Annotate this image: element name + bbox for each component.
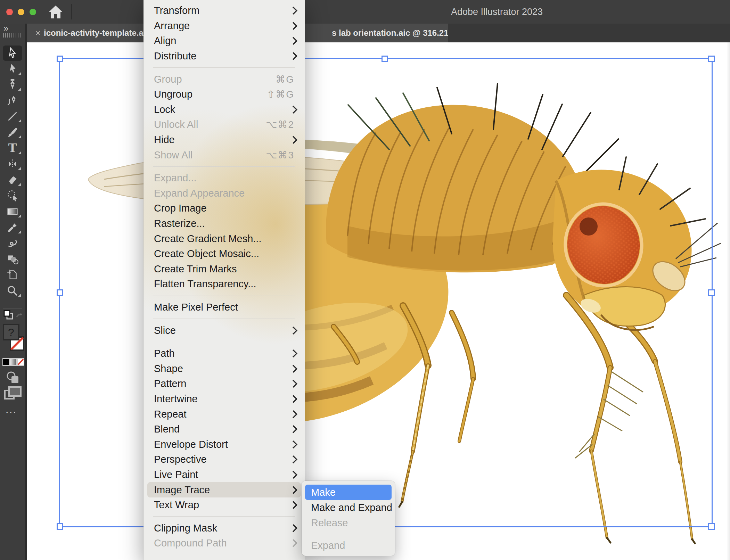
object-menu-item-create-trim-marks[interactable]: Create Trim Marks bbox=[147, 262, 301, 277]
menu-item-label: Image Trace bbox=[154, 484, 287, 496]
submenu-chevron-icon bbox=[289, 105, 297, 114]
submenu-chevron-icon bbox=[289, 425, 297, 434]
submenu-chevron-icon bbox=[289, 410, 297, 418]
menu-item-label: Make bbox=[311, 487, 388, 498]
menu-item-label: Flatten Transparency... bbox=[154, 278, 296, 290]
object-menu-item-rasterize[interactable]: Rasterize... bbox=[147, 216, 301, 231]
menu-item-label: Blend bbox=[154, 423, 287, 435]
menu-item-label: Show All bbox=[154, 149, 266, 161]
menu-item-label: Make Pixel Perfect bbox=[154, 302, 296, 313]
canvas-edge-shade bbox=[727, 42, 730, 560]
submenu-chevron-icon bbox=[289, 364, 297, 373]
menu-item-label: Crop Image bbox=[154, 203, 296, 214]
object-menu-item-hide[interactable]: Hide bbox=[147, 132, 301, 148]
menu-item-label: Hide bbox=[154, 134, 287, 146]
object-menu-item-create-gradient-mesh[interactable]: Create Gradient Mesh... bbox=[147, 231, 301, 246]
submenu-chevron-icon bbox=[289, 37, 297, 45]
object-menu-item-create-object-mosaic[interactable]: Create Object Mosaic... bbox=[147, 246, 301, 262]
image-trace-separator bbox=[314, 534, 388, 534]
menu-item-label: Release bbox=[311, 517, 388, 529]
submenu-chevron-icon bbox=[289, 524, 297, 532]
submenu-chevron-icon bbox=[289, 486, 297, 494]
object-menu-item-crop-image[interactable]: Crop Image bbox=[147, 201, 301, 216]
menu-item-label: Envelope Distort bbox=[154, 439, 287, 450]
object-menu-item-lock[interactable]: Lock bbox=[147, 102, 301, 117]
submenu-chevron-icon bbox=[289, 470, 297, 479]
submenu-chevron-icon bbox=[289, 440, 297, 448]
object-menu-item-envelope-distort[interactable]: Envelope Distort bbox=[147, 437, 301, 452]
menu-item-label: Rasterize... bbox=[154, 218, 296, 229]
object-menu-separator bbox=[153, 555, 295, 555]
object-menu-item-pattern[interactable]: Pattern bbox=[147, 376, 301, 392]
menu-item-label: Make and Expand bbox=[311, 502, 392, 513]
image-trace-item-make-and-expand[interactable]: Make and Expand bbox=[305, 500, 392, 515]
menu-item-label: Expand bbox=[311, 540, 388, 551]
menu-item-label: Transform bbox=[154, 5, 287, 16]
menu-item-label: Expand... bbox=[154, 172, 296, 184]
object-menu-item-unlock-all: Unlock All⌥⌘2 bbox=[147, 117, 301, 132]
object-menu-item-perspective[interactable]: Perspective bbox=[147, 452, 301, 467]
object-menu-item-distribute[interactable]: Distribute bbox=[147, 49, 301, 64]
fruit-fly-image bbox=[0, 0, 730, 560]
object-menu: TransformArrangeAlignDistributeGroup⌘GUn… bbox=[143, 0, 305, 560]
menu-item-label: Perspective bbox=[154, 454, 287, 465]
menu-item-label: Create Gradient Mesh... bbox=[154, 233, 296, 245]
menu-item-label: Create Object Mosaic... bbox=[154, 248, 296, 260]
submenu-chevron-icon bbox=[289, 136, 297, 144]
object-menu-item-intertwine[interactable]: Intertwine bbox=[147, 392, 301, 407]
menu-item-label: Compound Path bbox=[154, 537, 287, 549]
image-trace-submenu: MakeMake and ExpandReleaseExpand bbox=[302, 481, 395, 556]
keyboard-shortcut-label: ⇧⌘G bbox=[267, 89, 294, 100]
image-trace-item-release: Release bbox=[305, 515, 392, 530]
object-menu-item-make-pixel-perfect[interactable]: Make Pixel Perfect bbox=[147, 300, 301, 315]
object-menu-item-transform[interactable]: Transform bbox=[147, 3, 301, 18]
menu-item-label: Intertwine bbox=[154, 393, 287, 405]
submenu-chevron-icon bbox=[289, 7, 297, 15]
object-menu-item-image-trace[interactable]: Image Trace bbox=[147, 482, 301, 497]
submenu-chevron-icon bbox=[289, 22, 297, 30]
menu-item-label: Unlock All bbox=[154, 119, 266, 130]
object-menu-separator bbox=[153, 296, 295, 296]
image-trace-item-expand: Expand bbox=[305, 538, 392, 553]
object-menu-item-arrange[interactable]: Arrange bbox=[147, 18, 301, 34]
object-menu-item-clipping-mask[interactable]: Clipping Mask bbox=[147, 520, 301, 536]
object-menu-separator bbox=[153, 342, 295, 342]
keyboard-shortcut-label: ⌥⌘3 bbox=[266, 149, 294, 161]
image-trace-item-make[interactable]: Make bbox=[305, 485, 392, 500]
submenu-chevron-icon bbox=[289, 501, 297, 509]
object-menu-item-align[interactable]: Align bbox=[147, 33, 301, 49]
menu-item-label: Arrange bbox=[154, 20, 287, 32]
object-menu-item-show-all: Show All⌥⌘3 bbox=[147, 147, 301, 163]
object-menu-item-path[interactable]: Path bbox=[147, 346, 301, 361]
keyboard-shortcut-label: ⌥⌘2 bbox=[266, 119, 294, 130]
menu-item-label: Path bbox=[154, 348, 287, 359]
object-menu-item-text-wrap[interactable]: Text Wrap bbox=[147, 497, 301, 513]
menu-item-label: Expand Appearance bbox=[154, 188, 296, 199]
object-menu-separator bbox=[153, 166, 295, 167]
object-menu-item-slice[interactable]: Slice bbox=[147, 323, 301, 338]
menu-item-label: Create Trim Marks bbox=[154, 263, 296, 275]
object-menu-separator bbox=[153, 67, 295, 68]
menu-item-label: Live Paint bbox=[154, 469, 287, 480]
menu-item-label: Lock bbox=[154, 104, 287, 115]
illustrator-window: Adobe Illustrator 2023 × iconic-activity… bbox=[0, 0, 730, 560]
object-menu-item-expand-appearance: Expand Appearance bbox=[147, 186, 301, 201]
object-menu-item-compound-path: Compound Path bbox=[147, 536, 301, 551]
object-menu-item-live-paint[interactable]: Live Paint bbox=[147, 467, 301, 483]
object-menu-item-repeat[interactable]: Repeat bbox=[147, 406, 301, 422]
menu-item-label: Align bbox=[154, 35, 287, 47]
menu-item-label: Ungroup bbox=[154, 89, 267, 100]
menu-item-label: Group bbox=[154, 74, 276, 85]
object-menu-item-blend[interactable]: Blend bbox=[147, 422, 301, 437]
object-menu-item-shape[interactable]: Shape bbox=[147, 361, 301, 376]
object-menu-item-ungroup[interactable]: Ungroup⇧⌘G bbox=[147, 87, 301, 102]
submenu-chevron-icon bbox=[289, 349, 297, 358]
object-menu-separator bbox=[153, 516, 295, 517]
menu-item-label: Repeat bbox=[154, 409, 287, 420]
keyboard-shortcut-label: ⌘G bbox=[276, 74, 294, 85]
submenu-chevron-icon bbox=[289, 326, 297, 335]
object-menu-separator bbox=[153, 319, 295, 319]
object-menu-item-flatten-transparency[interactable]: Flatten Transparency... bbox=[147, 277, 301, 292]
submenu-chevron-icon bbox=[289, 455, 297, 464]
menu-item-label: Slice bbox=[154, 325, 287, 336]
